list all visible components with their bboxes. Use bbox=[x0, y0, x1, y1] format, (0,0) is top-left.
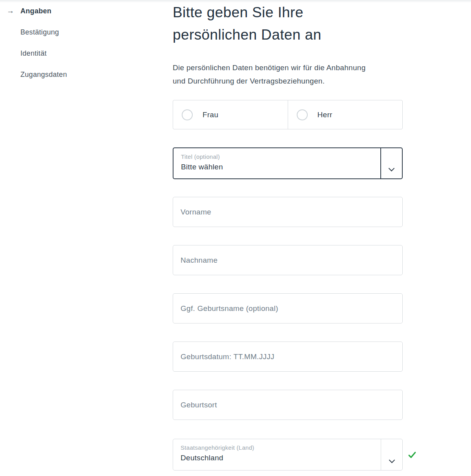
radio-label: Frau bbox=[203, 111, 218, 119]
nationality-select-label: Staatsangehörigkeit (Land) bbox=[181, 444, 381, 451]
check-icon bbox=[408, 451, 416, 459]
page-title-line2: persönlichen Daten an bbox=[173, 24, 424, 46]
page-description-line2: und Durchführung der Vertragsbeziehungen… bbox=[173, 77, 325, 85]
radio-label: Herr bbox=[318, 111, 332, 119]
birth-place-input[interactable] bbox=[173, 390, 403, 420]
sidebar-item-identitaet[interactable]: Identität bbox=[0, 48, 173, 58]
sidebar-item-label: Bestätigung bbox=[20, 28, 59, 36]
sidebar-item-zugangsdaten[interactable]: Zugangsdaten bbox=[0, 69, 173, 80]
nationality-select-chevron-area[interactable] bbox=[381, 439, 402, 470]
sidebar-item-label: Identität bbox=[20, 49, 47, 57]
title-select[interactable]: Titel (optional) Bitte wählen bbox=[173, 147, 403, 179]
nationality-select-value: Deutschland bbox=[181, 454, 381, 462]
salutation-radio-group: Frau Herr bbox=[173, 100, 403, 129]
radio-circle-icon bbox=[297, 109, 308, 120]
step-sidebar: → Angaben Bestätigung Identität Zugangsd… bbox=[0, 6, 173, 80]
sidebar-item-bestaetigung[interactable]: Bestätigung bbox=[0, 27, 173, 37]
page-title-line1: Bitte geben Sie Ihre bbox=[173, 1, 424, 24]
sidebar-item-label: Zugangsdaten bbox=[20, 71, 67, 78]
nationality-row: Staatsangehörigkeit (Land) Deutschland bbox=[173, 439, 424, 471]
title-select-main: Titel (optional) Bitte wählen bbox=[173, 148, 380, 178]
nationality-select-main: Staatsangehörigkeit (Land) Deutschland bbox=[173, 439, 381, 470]
birth-name-input[interactable] bbox=[173, 293, 403, 323]
radio-circle-icon bbox=[182, 109, 193, 120]
birth-date-input[interactable] bbox=[173, 342, 403, 372]
title-select-label: Titel (optional) bbox=[181, 153, 380, 160]
sidebar-item-angaben[interactable]: → Angaben bbox=[0, 6, 173, 16]
sidebar-item-label: Angaben bbox=[20, 7, 51, 15]
radio-option-frau[interactable]: Frau bbox=[173, 100, 288, 129]
first-name-input[interactable] bbox=[173, 197, 403, 227]
last-name-input[interactable] bbox=[173, 245, 403, 275]
arrow-right-icon: → bbox=[7, 6, 14, 16]
title-select-chevron-area[interactable] bbox=[380, 148, 402, 178]
personal-data-form: Bitte geben Sie Ihre persönlichen Daten … bbox=[173, 0, 424, 471]
page-description: Die persönlichen Daten benötigen wir für… bbox=[173, 61, 424, 88]
chevron-down-icon bbox=[389, 165, 395, 172]
page-title: Bitte geben Sie Ihre persönlichen Daten … bbox=[173, 0, 424, 46]
title-select-value: Bitte wählen bbox=[181, 163, 380, 171]
page-description-line1: Die persönlichen Daten benötigen wir für… bbox=[173, 64, 366, 72]
radio-option-herr[interactable]: Herr bbox=[288, 100, 403, 129]
nationality-select[interactable]: Staatsangehörigkeit (Land) Deutschland bbox=[173, 439, 403, 471]
chevron-down-icon bbox=[389, 457, 395, 463]
